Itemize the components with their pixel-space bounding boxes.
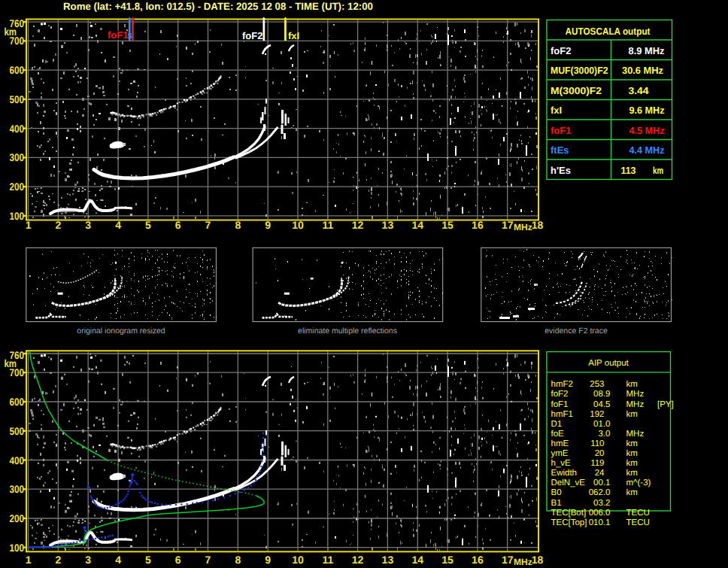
svg-text:04.5: 04.5	[593, 400, 610, 409]
svg-text:[PY]: [PY]	[657, 400, 674, 409]
svg-text:006.0: 006.0	[589, 509, 611, 518]
svg-text:TECU: TECU	[626, 509, 650, 518]
svg-text:eliminate multiple reflections: eliminate multiple reflections	[298, 327, 397, 336]
svg-text:8: 8	[235, 554, 241, 566]
svg-text:km: km	[5, 357, 17, 369]
svg-text:MUF(3000)F2: MUF(3000)F2	[551, 65, 608, 76]
svg-text:18: 18	[532, 554, 544, 566]
svg-text:4.5 MHz: 4.5 MHz	[629, 125, 665, 136]
svg-text:12: 12	[352, 219, 364, 231]
svg-text:03.2: 03.2	[593, 499, 610, 508]
svg-text:200: 200	[10, 512, 25, 524]
svg-text:TEC[Bot]: TEC[Bot]	[551, 509, 587, 518]
svg-text:30.6 MHz: 30.6 MHz	[622, 65, 663, 76]
svg-text:17: 17	[502, 219, 514, 231]
svg-text:500: 500	[10, 93, 25, 105]
svg-text:MHz: MHz	[626, 430, 645, 439]
svg-text:km: km	[626, 469, 638, 478]
svg-text:km: km	[626, 488, 638, 497]
svg-text:3.44: 3.44	[629, 85, 650, 96]
svg-text:9: 9	[265, 219, 271, 231]
svg-text:fxI: fxI	[288, 30, 299, 41]
svg-text:B1: B1	[551, 499, 562, 508]
svg-text:8.9 MHz: 8.9 MHz	[629, 45, 665, 56]
svg-text:4: 4	[115, 219, 121, 231]
svg-text:17: 17	[502, 554, 514, 566]
svg-text:18: 18	[532, 219, 544, 231]
svg-text:400: 400	[10, 123, 25, 135]
svg-text:12: 12	[352, 554, 364, 566]
svg-text:9.6 MHz: 9.6 MHz	[629, 105, 665, 116]
svg-text:192: 192	[590, 410, 604, 419]
svg-text:foF1: foF1	[108, 29, 128, 41]
svg-text:600: 600	[10, 64, 25, 76]
svg-text:m^(-3): m^(-3)	[626, 478, 651, 488]
svg-text:6: 6	[175, 554, 181, 566]
svg-text:100: 100	[10, 210, 25, 222]
svg-text:DelN_vE: DelN_vE	[551, 478, 586, 488]
svg-text:Rome (lat: +41.8, lon: 012.5): Rome (lat: +41.8, lon: 012.5) - DATE: 20…	[63, 1, 373, 12]
svg-text:7: 7	[205, 554, 211, 566]
svg-text:km: km	[626, 459, 638, 468]
svg-text:ymE: ymE	[551, 449, 569, 458]
svg-text:14: 14	[412, 219, 424, 231]
svg-text:hmE: hmE	[551, 439, 569, 448]
svg-text:600: 600	[10, 396, 25, 408]
svg-text:14: 14	[412, 554, 424, 566]
svg-text:100: 100	[10, 542, 25, 554]
svg-text:MHz: MHz	[514, 557, 532, 567]
svg-text:15: 15	[441, 554, 453, 566]
svg-text:300: 300	[10, 483, 25, 495]
svg-text:TEC[Top]: TEC[Top]	[551, 518, 587, 527]
svg-text:10: 10	[292, 554, 304, 566]
svg-text:13: 13	[382, 219, 394, 231]
svg-text:8: 8	[235, 219, 241, 231]
svg-text:TECU: TECU	[626, 518, 650, 527]
svg-text:13: 13	[382, 554, 394, 566]
svg-text:hmF1: hmF1	[551, 410, 573, 419]
svg-text:foF2: foF2	[242, 30, 262, 41]
svg-text:062.0: 062.0	[589, 488, 611, 497]
svg-text:original ionogram resized: original ionogram resized	[77, 327, 165, 336]
svg-text:08.9: 08.9	[593, 390, 610, 399]
svg-text:AIP output: AIP output	[588, 359, 629, 368]
svg-text:01.0: 01.0	[593, 420, 610, 429]
svg-text:foF1: foF1	[551, 400, 569, 409]
svg-text:1: 1	[26, 554, 32, 566]
svg-text:3: 3	[85, 554, 91, 566]
svg-text:AUTOSCALA output: AUTOSCALA output	[566, 26, 651, 37]
svg-text:km: km	[626, 439, 638, 448]
svg-text:400: 400	[10, 454, 25, 466]
svg-text:300: 300	[10, 151, 25, 163]
svg-text:B0: B0	[551, 488, 562, 497]
svg-text:3: 3	[85, 219, 91, 231]
svg-text:11: 11	[322, 554, 333, 566]
svg-text:24: 24	[595, 469, 605, 478]
svg-text:M(3000)F2: M(3000)F2	[551, 85, 602, 96]
svg-text:119: 119	[590, 459, 604, 468]
svg-text:hmF2: hmF2	[551, 380, 573, 389]
svg-text:MHz: MHz	[626, 400, 645, 409]
svg-text:D1: D1	[551, 420, 563, 429]
svg-text:km: km	[626, 449, 638, 458]
svg-text:253: 253	[590, 380, 604, 389]
svg-text:foE: foE	[551, 430, 565, 439]
svg-text:3.0: 3.0	[599, 430, 611, 439]
svg-text:7: 7	[205, 219, 211, 231]
svg-text:ftEs: ftEs	[551, 144, 569, 156]
svg-text:200: 200	[10, 181, 25, 193]
svg-text:00.1: 00.1	[593, 478, 610, 488]
svg-text:MHz: MHz	[626, 390, 645, 399]
svg-text:500: 500	[10, 425, 25, 437]
svg-text:km: km	[5, 26, 17, 38]
svg-text:Ewidth: Ewidth	[551, 469, 578, 478]
svg-text:10: 10	[292, 219, 304, 231]
svg-text:9: 9	[265, 554, 271, 566]
svg-text:foF2: foF2	[551, 390, 569, 399]
svg-text:5: 5	[145, 554, 151, 566]
svg-text:foF1: foF1	[551, 125, 571, 136]
svg-text:fxI: fxI	[551, 105, 562, 116]
svg-text:2: 2	[56, 219, 62, 231]
svg-text:6: 6	[175, 219, 181, 231]
svg-text:20: 20	[595, 449, 605, 458]
